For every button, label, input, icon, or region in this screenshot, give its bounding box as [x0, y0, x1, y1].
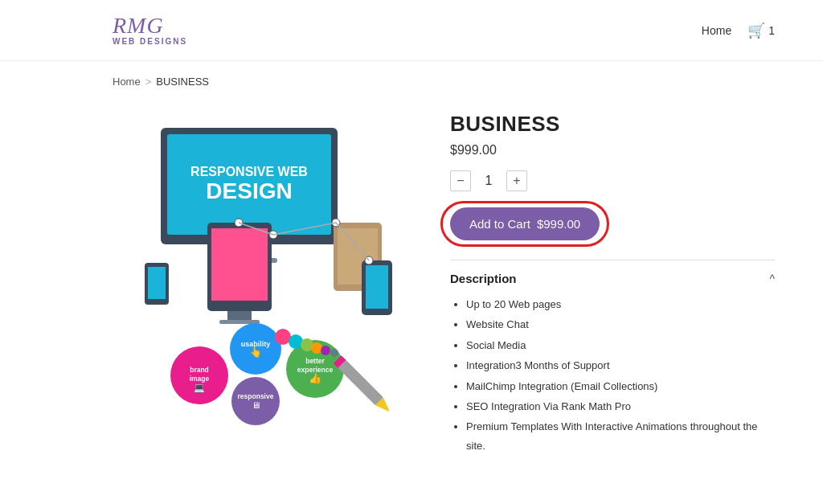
svg-point-37 — [275, 329, 291, 345]
cart-count: 1 — [768, 24, 775, 37]
header: RMG WEB DESIGNS Home 🛒 1 — [0, 0, 823, 61]
nav-home-link[interactable]: Home — [702, 24, 731, 37]
svg-point-41 — [321, 346, 330, 355]
svg-text:💻: 💻 — [194, 382, 205, 393]
svg-point-38 — [289, 334, 303, 349]
description-header: Description ^ — [450, 272, 775, 285]
svg-rect-8 — [227, 311, 252, 321]
svg-text:responsive: responsive — [238, 392, 274, 400]
product-details: BUSINESS $999.00 − 1 + Add to Cart $999.… — [450, 104, 775, 457]
quantity-value: 1 — [481, 174, 497, 188]
svg-rect-7 — [211, 228, 268, 301]
add-to-cart-button[interactable]: Add to Cart $999.00 — [450, 207, 600, 240]
svg-text:RESPONSIVE WEB: RESPONSIVE WEB — [190, 165, 308, 178]
breadcrumb-home[interactable]: Home — [113, 76, 141, 88]
svg-text:brand: brand — [190, 366, 209, 374]
quantity-decrease-button[interactable]: − — [450, 170, 471, 191]
svg-rect-43 — [336, 358, 383, 405]
quantity-increase-button[interactable]: + — [506, 170, 527, 191]
svg-text:DESIGN: DESIGN — [206, 178, 292, 203]
description-toggle-button[interactable]: ^ — [769, 272, 775, 285]
logo-sub: WEB DESIGNS — [113, 37, 187, 46]
svg-text:👆: 👆 — [249, 345, 263, 359]
description-section: Description ^ Up to 20 Web pagesWebsite … — [450, 260, 775, 455]
list-item: Website Chat — [466, 315, 775, 334]
breadcrumb-current: BUSINESS — [156, 76, 209, 88]
list-item: Integration3 Months of Support — [466, 356, 775, 375]
svg-rect-15 — [148, 267, 166, 299]
product-price: $999.00 — [450, 143, 775, 158]
svg-rect-13 — [366, 265, 388, 309]
description-list: Up to 20 Web pagesWebsite ChatSocial Med… — [450, 295, 775, 455]
list-item: MailChimp Integration (Email Collections… — [466, 377, 775, 395]
svg-text:👍: 👍 — [309, 371, 322, 385]
add-to-cart-wrapper: Add to Cart $999.00 — [450, 207, 600, 240]
list-item: Premium Templates With Interactive Anima… — [466, 417, 775, 455]
logo-rmg: RMG — [113, 14, 164, 37]
list-item: Up to 20 Web pages — [466, 295, 775, 313]
cart-area[interactable]: 🛒 1 — [747, 22, 775, 39]
list-item: Social Media — [466, 336, 775, 354]
svg-point-42 — [330, 349, 338, 357]
add-to-cart-label: Add to Cart — [469, 217, 530, 231]
svg-text:better: better — [305, 357, 325, 365]
description-title: Description — [450, 272, 517, 285]
product-illustration: RESPONSIVE WEB DESIGN — [80, 104, 418, 425]
logo[interactable]: RMG WEB DESIGNS — [113, 14, 187, 46]
svg-text:🖥: 🖥 — [252, 400, 260, 410]
svg-text:image: image — [190, 375, 210, 383]
add-to-cart-price: $999.00 — [537, 217, 580, 231]
main-content: RESPONSIVE WEB DESIGN — [0, 96, 823, 473]
header-nav: Home 🛒 1 — [702, 22, 775, 39]
breadcrumb: Home > BUSINESS — [0, 61, 823, 96]
list-item: SEO Integration Via Rank Math Pro — [466, 397, 775, 416]
quantity-area: − 1 + — [450, 170, 775, 191]
cart-icon: 🛒 — [747, 22, 765, 39]
svg-point-40 — [311, 342, 322, 354]
product-title: BUSINESS — [450, 112, 775, 137]
breadcrumb-separator: > — [145, 76, 152, 88]
product-image-area: RESPONSIVE WEB DESIGN — [80, 104, 418, 441]
